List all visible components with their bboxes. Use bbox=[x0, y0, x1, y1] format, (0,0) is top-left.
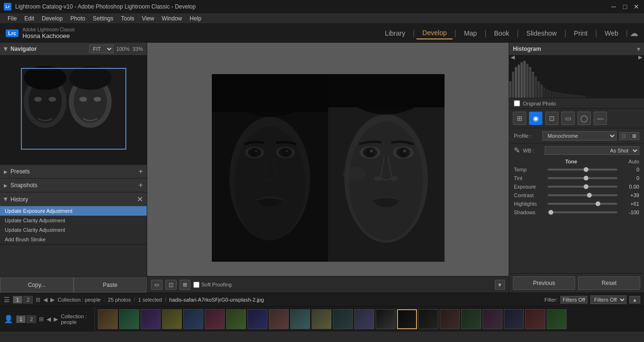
original-photo-checkbox[interactable] bbox=[514, 100, 520, 106]
menu-tools[interactable]: Tools bbox=[117, 13, 138, 23]
menu-help[interactable]: Help bbox=[186, 13, 205, 23]
fs-thumb-11[interactable] bbox=[312, 309, 331, 329]
contrast-track[interactable] bbox=[548, 194, 617, 196]
filmstrip-grid-icon[interactable]: ⊞ bbox=[39, 316, 44, 323]
crop-tool[interactable]: ⊞ bbox=[513, 112, 526, 125]
view-compare-btn[interactable]: ◫ bbox=[165, 280, 177, 290]
fs-thumb-4[interactable] bbox=[162, 309, 182, 329]
tint-track[interactable] bbox=[548, 177, 617, 179]
fs-thumb-15[interactable] bbox=[397, 309, 417, 329]
highlights-thumb[interactable] bbox=[596, 201, 600, 206]
nav-book[interactable]: Book bbox=[488, 28, 515, 39]
nav-library[interactable]: Library bbox=[379, 28, 411, 39]
history-item-3[interactable]: Add Brush Stroke bbox=[0, 235, 147, 244]
fs-thumb-22[interactable] bbox=[547, 309, 567, 329]
history-header[interactable]: ▶ History ✕ bbox=[0, 192, 147, 206]
highlights-track[interactable] bbox=[548, 203, 617, 205]
fs-thumb-8[interactable] bbox=[247, 309, 267, 329]
grid-icon[interactable]: ⊞ bbox=[36, 296, 40, 303]
view-before-after-btn[interactable]: ⊞ bbox=[180, 280, 190, 290]
filter-select[interactable]: Filters Off Rated Flagged bbox=[590, 295, 626, 304]
shadows-track[interactable] bbox=[548, 211, 617, 213]
fs-thumb-7[interactable] bbox=[226, 309, 246, 329]
fs-thumb-10[interactable] bbox=[290, 309, 310, 329]
tint-thumb[interactable] bbox=[584, 176, 588, 180]
nav-next-icon[interactable]: ▶ bbox=[50, 296, 55, 303]
contrast-thumb[interactable] bbox=[587, 193, 592, 198]
copy-button[interactable]: Copy... bbox=[0, 277, 74, 293]
fs-thumb-9[interactable] bbox=[269, 309, 289, 329]
history-item-1[interactable]: Update Clarity Adjustment bbox=[0, 216, 147, 225]
original-photo-label[interactable]: Original Photo bbox=[523, 101, 556, 106]
wb-select[interactable]: As Shot Auto Daylight Cloudy Custom bbox=[545, 146, 639, 155]
healing-tool[interactable]: ◉ bbox=[529, 112, 542, 125]
fs-thumb-12[interactable] bbox=[333, 309, 353, 329]
fs-thumb-19[interactable] bbox=[483, 309, 502, 329]
cloud-icon[interactable]: ☁ bbox=[630, 28, 638, 38]
previous-button[interactable]: Previous bbox=[513, 276, 575, 290]
fit-select[interactable]: FITFILL1:1 bbox=[89, 45, 114, 53]
fs-thumb-17[interactable] bbox=[440, 309, 460, 329]
nav-print[interactable]: Print bbox=[568, 28, 593, 39]
radial-tool[interactable]: ◯ bbox=[578, 112, 591, 125]
nav-prev-icon[interactable]: ◀ bbox=[43, 296, 47, 303]
fs-thumb-3[interactable] bbox=[141, 309, 161, 329]
history-clear-icon[interactable]: ✕ bbox=[137, 195, 143, 204]
view-1-button[interactable]: 1 bbox=[13, 296, 22, 304]
exposure-thumb[interactable] bbox=[584, 184, 588, 189]
view-2-button[interactable]: 2 bbox=[23, 296, 33, 304]
filmstrip-2-button[interactable]: 2 bbox=[27, 315, 36, 323]
history-item-0[interactable]: Update Exposure Adjustment bbox=[0, 206, 147, 216]
fs-thumb-2[interactable] bbox=[119, 309, 139, 329]
menu-view[interactable]: View bbox=[138, 13, 158, 23]
temp-track[interactable] bbox=[548, 169, 617, 171]
snapshots-header[interactable]: ▶ Snapshots + bbox=[0, 179, 147, 192]
fs-thumb-21[interactable] bbox=[525, 309, 545, 329]
fs-thumb-20[interactable] bbox=[504, 309, 524, 329]
menu-settings[interactable]: Settings bbox=[89, 13, 117, 23]
fs-thumb-16[interactable] bbox=[418, 309, 438, 329]
exposure-track[interactable] bbox=[548, 186, 617, 188]
shadows-thumb[interactable] bbox=[549, 210, 553, 215]
eyedropper-icon[interactable]: ✎ bbox=[514, 146, 520, 155]
minimize-button[interactable]: ─ bbox=[610, 3, 617, 10]
reset-button[interactable]: Reset bbox=[578, 276, 640, 290]
fs-thumb-6[interactable] bbox=[205, 309, 225, 329]
paste-button[interactable]: Paste bbox=[74, 277, 147, 293]
close-button[interactable]: ✕ bbox=[633, 3, 640, 10]
histogram-expand-icon[interactable]: ▾ bbox=[637, 45, 640, 53]
nav-web[interactable]: Web bbox=[599, 28, 624, 39]
menu-file[interactable]: File bbox=[4, 13, 20, 23]
filmstrip-prev-icon[interactable]: ◀ bbox=[47, 316, 51, 323]
brush-tool[interactable]: — bbox=[594, 112, 607, 125]
filmstrip-next-icon[interactable]: ▶ bbox=[54, 316, 58, 323]
toolbar-expand-btn[interactable]: ▾ bbox=[495, 280, 505, 290]
maximize-button[interactable]: □ bbox=[621, 3, 629, 10]
fs-thumb-18[interactable] bbox=[461, 309, 481, 329]
nav-develop[interactable]: Develop bbox=[417, 27, 452, 39]
menu-window[interactable]: Window bbox=[158, 13, 186, 23]
presets-header[interactable]: ▶ Presets + bbox=[0, 165, 147, 178]
auto-button[interactable]: Auto bbox=[628, 159, 639, 164]
menu-photo[interactable]: Photo bbox=[66, 13, 89, 23]
navigator-header[interactable]: ▶ Navigator FITFILL1:1 100% 33% bbox=[0, 43, 147, 55]
temp-thumb[interactable] bbox=[584, 167, 588, 172]
soft-proof-checkbox[interactable] bbox=[193, 282, 199, 288]
fs-thumb-13[interactable] bbox=[354, 309, 374, 329]
zoom-100[interactable]: 100% bbox=[116, 46, 130, 52]
snapshots-add-icon[interactable]: + bbox=[139, 181, 143, 190]
fs-thumb-5[interactable] bbox=[183, 309, 203, 329]
fs-thumb-1[interactable] bbox=[98, 309, 118, 329]
red-eye-tool[interactable]: ⊡ bbox=[545, 112, 559, 125]
nav-slideshow[interactable]: Slideshow bbox=[521, 28, 562, 39]
fs-thumb-14[interactable] bbox=[376, 309, 396, 329]
profile-select[interactable]: Monochrome Adobe Color Adobe Landscape bbox=[542, 131, 616, 141]
view-single-btn[interactable]: ▭ bbox=[151, 280, 162, 290]
filmstrip-expand-btn[interactable]: ▲ bbox=[629, 296, 640, 304]
filmstrip-1-button[interactable]: 1 bbox=[16, 315, 26, 323]
zoom-33[interactable]: 33% bbox=[133, 46, 143, 52]
gradient-tool[interactable]: ▭ bbox=[561, 112, 575, 125]
nav-map[interactable]: Map bbox=[458, 28, 483, 39]
presets-add-icon[interactable]: + bbox=[139, 167, 143, 176]
profile-btn-1[interactable]: □ bbox=[619, 132, 628, 140]
